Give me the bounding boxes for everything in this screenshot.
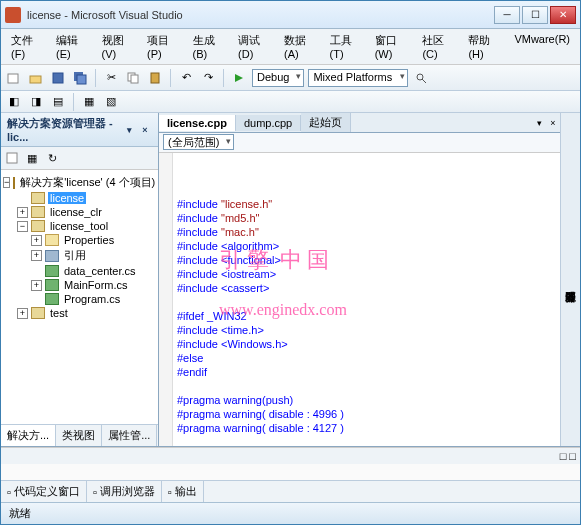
sidebar-tab[interactable]: 解决方...: [1, 425, 56, 446]
tree-item[interactable]: +Properties: [3, 233, 156, 247]
tab-dropdown-icon[interactable]: ▾: [532, 116, 546, 130]
minimize-button[interactable]: ─: [494, 6, 520, 24]
code-line[interactable]: [177, 435, 558, 446]
svg-line-10: [422, 79, 426, 83]
menu-item[interactable]: 社区(C): [418, 31, 454, 62]
tree-item[interactable]: +引用: [3, 247, 156, 264]
code-line[interactable]: #include "md5.h": [177, 211, 558, 225]
code-line[interactable]: #include <functional>: [177, 253, 558, 267]
menu-item[interactable]: 窗口(W): [371, 31, 409, 62]
bottom-tab[interactable]: ▫输出: [162, 481, 204, 502]
expand-icon[interactable]: +: [17, 308, 28, 319]
new-project-icon[interactable]: [5, 69, 23, 87]
titlebar[interactable]: license - Microsoft Visual Studio ─ ☐ ✕: [1, 1, 580, 29]
open-icon[interactable]: [27, 69, 45, 87]
docked-tab[interactable]: 服务器资源管理器: [561, 119, 580, 446]
config-combo[interactable]: Debug: [252, 69, 304, 87]
expand-icon[interactable]: +: [31, 235, 42, 246]
menu-item[interactable]: 帮助(H): [464, 31, 500, 62]
menubar: 文件(F)编辑(E)视图(V)项目(P)生成(B)调试(D)数据(A)工具(T)…: [1, 29, 580, 65]
editor-tab[interactable]: license.cpp: [159, 115, 236, 131]
expand-icon: [31, 294, 42, 305]
code-line[interactable]: [177, 379, 558, 393]
menu-item[interactable]: 编辑(E): [52, 31, 88, 62]
tree-item[interactable]: Program.cs: [3, 292, 156, 306]
tool-icon-2[interactable]: ◨: [27, 93, 45, 111]
tool-icon-4[interactable]: ▦: [80, 93, 98, 111]
menu-item[interactable]: 项目(P): [143, 31, 179, 62]
tree-item[interactable]: license: [3, 191, 156, 205]
solution-node[interactable]: − 解决方案'license' (4 个项目): [3, 174, 156, 191]
code-line[interactable]: #include <Windows.h>: [177, 337, 558, 351]
bottom-panel-content[interactable]: [1, 464, 580, 480]
platform-combo[interactable]: Mixed Platforms: [308, 69, 408, 87]
code-line[interactable]: #ifdef _WIN32: [177, 309, 558, 323]
code-line[interactable]: [177, 295, 558, 309]
sidebar-tab[interactable]: 类视图: [56, 425, 102, 446]
menu-item[interactable]: 生成(B): [189, 31, 225, 62]
expand-icon[interactable]: −: [17, 221, 28, 232]
tool-icon-1[interactable]: ◧: [5, 93, 23, 111]
menu-item[interactable]: 工具(T): [326, 31, 361, 62]
copy-icon[interactable]: [124, 69, 142, 87]
tree-item[interactable]: +license_clr: [3, 205, 156, 219]
menu-item[interactable]: 文件(F): [7, 31, 42, 62]
find-icon[interactable]: [412, 69, 430, 87]
expand-icon[interactable]: +: [31, 280, 42, 291]
menu-item[interactable]: VMware(R): [510, 31, 574, 62]
paste-icon[interactable]: [146, 69, 164, 87]
show-all-icon[interactable]: ▦: [23, 149, 41, 167]
tree-label: test: [48, 307, 70, 319]
scope-combo[interactable]: (全局范围): [163, 134, 234, 150]
code-line[interactable]: #include "license.h": [177, 197, 558, 211]
code-line[interactable]: #include <time.h>: [177, 323, 558, 337]
code-line[interactable]: #else: [177, 351, 558, 365]
panel-close-icon[interactable]: ×: [138, 123, 152, 137]
code-line[interactable]: #include <algorithm>: [177, 239, 558, 253]
svg-rect-1: [30, 76, 41, 83]
editor-tab[interactable]: dump.cpp: [236, 115, 301, 131]
editor-tab[interactable]: 起始页: [301, 113, 351, 132]
redo-icon[interactable]: ↷: [199, 69, 217, 87]
properties-icon[interactable]: [3, 149, 21, 167]
bottom-tab[interactable]: ▫代码定义窗口: [1, 481, 87, 502]
tree-item[interactable]: −license_tool: [3, 219, 156, 233]
expand-icon[interactable]: +: [17, 207, 28, 218]
sidebar-tab[interactable]: 属性管...: [102, 425, 157, 446]
code-editor[interactable]: #include "license.h"#include "md5.h"#inc…: [159, 153, 560, 446]
code-line[interactable]: #include <cassert>: [177, 281, 558, 295]
expand-icon[interactable]: +: [31, 250, 42, 261]
menu-item[interactable]: 调试(D): [234, 31, 270, 62]
fold-icon: [45, 234, 59, 246]
solution-tree[interactable]: − 解决方案'license' (4 个项目) license+license_…: [1, 170, 158, 424]
save-icon[interactable]: [49, 69, 67, 87]
bottom-panel-controls[interactable]: □ □: [1, 447, 580, 464]
maximize-button[interactable]: ☐: [522, 6, 548, 24]
proj-icon: [31, 307, 45, 319]
cut-icon[interactable]: ✂: [102, 69, 120, 87]
bottom-panel: □ □ ▫代码定义窗口▫调用浏览器▫输出: [1, 446, 580, 502]
refresh-icon[interactable]: ↻: [43, 149, 61, 167]
menu-item[interactable]: 数据(A): [280, 31, 316, 62]
code-line[interactable]: #include "mac.h": [177, 225, 558, 239]
code-line[interactable]: #pragma warning( disable : 4996 ): [177, 407, 558, 421]
tree-item[interactable]: +test: [3, 306, 156, 320]
panel-dropdown-icon[interactable]: ▾: [122, 123, 136, 137]
code-line[interactable]: #endif: [177, 365, 558, 379]
bottom-tab[interactable]: ▫调用浏览器: [87, 481, 162, 502]
undo-icon[interactable]: ↶: [177, 69, 195, 87]
code-line[interactable]: #pragma warning( disable : 4127 ): [177, 421, 558, 435]
expand-icon[interactable]: −: [3, 177, 10, 188]
tool-icon-5[interactable]: ▧: [102, 93, 120, 111]
code-line[interactable]: #pragma warning(push): [177, 393, 558, 407]
close-button[interactable]: ✕: [550, 6, 576, 24]
tree-item[interactable]: +MainForm.cs: [3, 278, 156, 292]
bottom-tabs: ▫代码定义窗口▫调用浏览器▫输出: [1, 480, 580, 502]
tree-item[interactable]: data_center.cs: [3, 264, 156, 278]
tab-close-icon[interactable]: ×: [546, 116, 560, 130]
start-debug-icon[interactable]: [230, 69, 248, 87]
save-all-icon[interactable]: [71, 69, 89, 87]
menu-item[interactable]: 视图(V): [98, 31, 134, 62]
tool-icon-3[interactable]: ▤: [49, 93, 67, 111]
code-line[interactable]: #include <iostream>: [177, 267, 558, 281]
